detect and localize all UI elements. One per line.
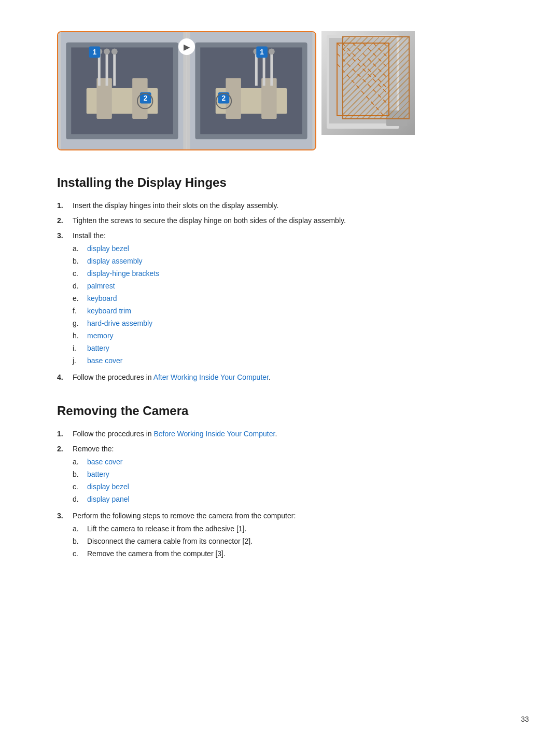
step-2: 2. Tighten the screws to secure the disp… — [57, 215, 503, 226]
cam-step-3: 3. Perform the following steps to remove… — [57, 511, 503, 561]
svg-line-41 — [337, 53, 389, 105]
svg-line-42 — [337, 64, 384, 116]
svg-rect-35 — [329, 38, 397, 123]
cam-step-2-content: Remove the: a.base cover b.battery c.dis… — [73, 444, 503, 506]
link-display-hinge-brackets[interactable]: display-hinge brackets — [87, 268, 159, 279]
section2-list: 1. Follow the procedures in Before Worki… — [57, 429, 503, 561]
sub-3i: i.battery — [73, 343, 503, 354]
svg-rect-38 — [337, 43, 389, 116]
svg-line-47 — [384, 43, 389, 48]
sub-3h: h.memory — [73, 330, 503, 341]
svg-line-45 — [363, 43, 389, 69]
svg-line-44 — [353, 43, 389, 79]
cam-step-2-num: 2. — [57, 444, 73, 506]
step-4: 4. Follow the procedures in After Workin… — [57, 372, 503, 383]
link-display-bezel[interactable]: display bezel — [87, 243, 129, 254]
section2-title: Removing the Camera — [57, 404, 503, 420]
cam-sub-3b: b.Disconnect the camera cable from its c… — [73, 536, 503, 547]
link-memory[interactable]: memory — [87, 330, 114, 341]
cam-step-3-num: 3. — [57, 511, 73, 561]
installing-hinges-section: Installing the Display Hinges 1. Insert … — [57, 175, 503, 383]
svg-text:1: 1 — [260, 48, 264, 56]
svg-text:2: 2 — [144, 94, 148, 102]
play-icon[interactable]: ▶ — [178, 38, 195, 55]
step-3-intro: Install the: — [73, 231, 106, 240]
link-hard-drive-assembly[interactable]: hard‑drive assembly — [87, 318, 152, 329]
step-2-num: 2. — [57, 215, 73, 226]
cam-step-1: 1. Follow the procedures in Before Worki… — [57, 429, 503, 439]
sub-3d: d.palmrest — [73, 281, 503, 292]
svg-line-43 — [342, 43, 389, 90]
step-1-num: 1. — [57, 200, 73, 211]
step-4-num: 4. — [57, 372, 73, 383]
svg-text:2: 2 — [222, 94, 226, 102]
link-base-cover-2[interactable]: base cover — [87, 457, 122, 467]
cam-sub-2c: c.display bezel — [73, 481, 503, 492]
svg-rect-36 — [386, 111, 407, 126]
cam-step-3-content: Perform the following steps to remove th… — [73, 511, 503, 561]
page-number: 33 — [521, 715, 529, 723]
cam-step-2: 2. Remove the: a.base cover b.battery c.… — [57, 444, 503, 506]
svg-line-46 — [373, 43, 389, 59]
cam-step-2-intro: Remove the: — [73, 445, 114, 453]
sub-3b: b.display assembly — [73, 256, 503, 267]
link-before-working[interactable]: Before Working Inside Your Computer — [153, 430, 275, 438]
link-palmrest[interactable]: palmrest — [87, 281, 115, 292]
link-after-working[interactable]: After Working Inside Your Computer — [153, 373, 269, 381]
link-display-panel[interactable]: display panel — [87, 494, 130, 505]
sub-3f: f.keyboard trim — [73, 306, 503, 316]
svg-rect-37 — [337, 43, 389, 116]
section1-title: Installing the Display Hinges — [57, 175, 503, 192]
svg-point-10 — [104, 48, 110, 54]
link-display-bezel-2[interactable]: display bezel — [87, 481, 129, 492]
link-keyboard-trim[interactable]: keyboard trim — [87, 306, 131, 316]
svg-rect-48 — [337, 43, 389, 116]
cam-step-2-sublist: a.base cover b.battery c.display bezel d… — [73, 454, 503, 505]
sub-3a: a.display bezel — [73, 243, 503, 254]
cam-step-1-text: Follow the procedures in Before Working … — [73, 429, 503, 439]
cam-sub-3a: a.Lift the camera to release it from the… — [73, 523, 503, 534]
sub-3j: j.base cover — [73, 355, 503, 366]
step-2-text: Tighten the screws to secure the display… — [73, 215, 503, 226]
section1-list: 1. Insert the display hinges into their … — [57, 200, 503, 383]
display-side-image — [321, 31, 415, 135]
step-3-sublist: a.display bezel b.display assembly c.dis… — [73, 241, 503, 366]
cam-sub-2a: a.base cover — [73, 457, 503, 467]
link-battery-1[interactable]: battery — [87, 343, 109, 354]
sub-3c: c.display-hinge brackets — [73, 268, 503, 279]
sub-3g: g.hard‑drive assembly — [73, 318, 503, 329]
step-3: 3. Install the: a.display bezel b.displa… — [57, 230, 503, 368]
cam-step-3-sublist: a.Lift the camera to release it from the… — [73, 521, 503, 559]
svg-line-40 — [337, 43, 389, 95]
link-keyboard[interactable]: keyboard — [87, 293, 117, 304]
step-4-text: Follow the procedures in After Working I… — [73, 372, 503, 383]
step-3-content: Install the: a.display bezel b.display a… — [73, 230, 503, 368]
svg-point-28 — [269, 48, 275, 54]
cam-sub-3c: c.Remove the camera from the computer [3… — [73, 548, 503, 559]
link-display-assembly[interactable]: display assembly — [87, 256, 143, 267]
illustration-section: ▶ — [57, 31, 503, 150]
svg-text:1: 1 — [93, 48, 97, 56]
cam-step-1-num: 1. — [57, 429, 73, 439]
step-1: 1. Insert the display hinges into their … — [57, 200, 503, 211]
link-battery-2[interactable]: battery — [87, 469, 109, 480]
step-3-num: 3. — [57, 230, 73, 368]
step-1-text: Insert the display hinges into their slo… — [73, 200, 503, 211]
svg-point-11 — [111, 48, 118, 54]
link-base-cover-1[interactable]: base cover — [87, 355, 122, 366]
cam-sub-2d: d.display panel — [73, 494, 503, 505]
removing-camera-section: Removing the Camera 1. Follow the proced… — [57, 404, 503, 561]
cam-step-3-intro: Perform the following steps to remove th… — [73, 512, 296, 520]
sub-3e: e.keyboard — [73, 293, 503, 304]
hinge-diagram-box: ▶ — [57, 31, 316, 150]
cam-sub-2b: b.battery — [73, 469, 503, 480]
